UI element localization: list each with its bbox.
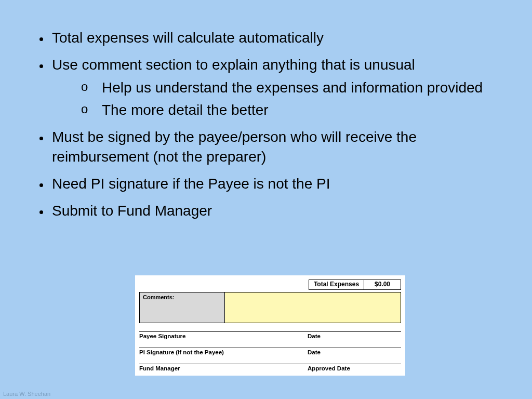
bullet-text: Must be signed by the payee/person who w…: [52, 129, 417, 165]
total-expenses-box: Total Expenses $0.00: [309, 280, 401, 290]
bullet-text: Use comment section to explain anything …: [52, 57, 415, 73]
signature-block: Payee Signature Date PI Signature (if no…: [139, 331, 401, 371]
slide: Total expenses will calculate automatica…: [0, 0, 532, 399]
comments-label: Comments:: [140, 292, 225, 323]
signature-row: PI Signature (if not the Payee) Date: [139, 348, 401, 355]
bullet-text: Total expenses will calculate automatica…: [52, 30, 324, 46]
footer-credit: Laura W. Sheehan: [3, 391, 50, 397]
bullet-content: Total expenses will calculate automatica…: [32, 28, 500, 228]
total-expenses-label: Total Expenses: [309, 280, 364, 289]
bullet-text: Submit to Fund Manager: [52, 203, 212, 219]
total-expenses-value: $0.00: [364, 280, 401, 289]
bullet-item: Must be signed by the payee/person who w…: [50, 127, 500, 167]
sub-text: Help us understand the expenses and info…: [102, 79, 483, 96]
payee-signature-label: Payee Signature: [139, 333, 295, 339]
approved-date-label: Approved Date: [308, 365, 401, 371]
bullet-item: Need PI signature if the Payee is not th…: [50, 174, 500, 194]
sub-text: The more detail the better: [102, 102, 269, 118]
bullet-item: Submit to Fund Manager: [50, 201, 500, 221]
sub-list: Help us understand the expenses and info…: [52, 78, 500, 121]
fund-manager-label: Fund Manager: [139, 365, 295, 371]
pi-signature-label: PI Signature (if not the Payee): [139, 349, 295, 355]
comments-row: Comments:: [139, 292, 401, 323]
signature-row: Payee Signature Date: [139, 332, 401, 339]
bullet-item: Use comment section to explain anything …: [50, 55, 500, 120]
total-expenses-row: Total Expenses $0.00: [139, 280, 401, 290]
sub-item: Help us understand the expenses and info…: [81, 78, 500, 98]
sub-item: The more detail the better: [81, 100, 500, 120]
bullet-text: Need PI signature if the Payee is not th…: [52, 176, 330, 192]
bullet-list: Total expenses will calculate automatica…: [32, 28, 500, 220]
signature-row: Fund Manager Approved Date: [139, 364, 401, 371]
form-snippet-image: Total Expenses $0.00 Comments: Payee Sig…: [135, 275, 405, 376]
date-label: Date: [308, 333, 401, 339]
date-label: Date: [308, 349, 401, 355]
bullet-item: Total expenses will calculate automatica…: [50, 28, 500, 48]
comments-field: [225, 292, 401, 323]
